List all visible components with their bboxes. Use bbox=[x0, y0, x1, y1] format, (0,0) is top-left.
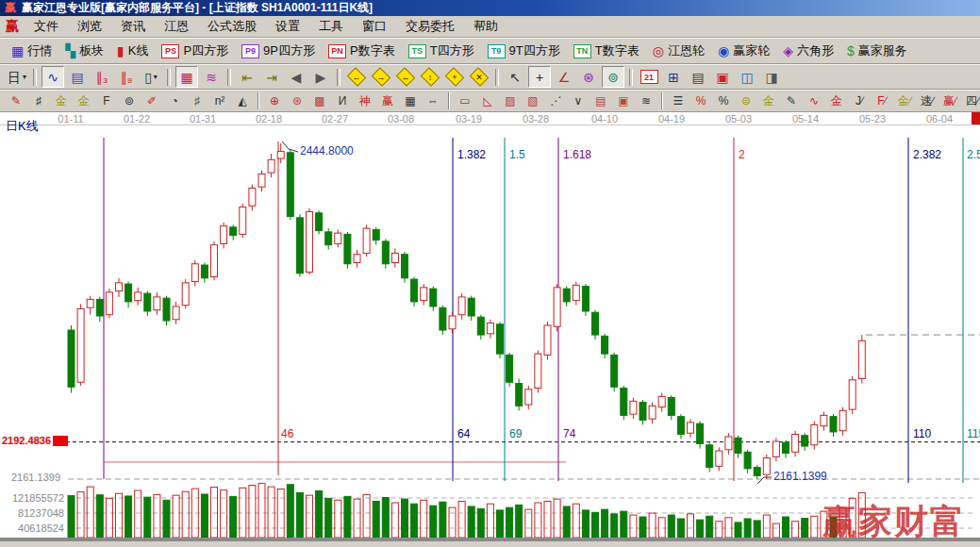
angle-tool-button[interactable]: ∠ bbox=[553, 66, 575, 88]
toolbar-9t-square-button[interactable]: T99T四方形 bbox=[481, 41, 567, 60]
flower-tool-button[interactable]: ⊛ bbox=[577, 66, 600, 88]
hand-tool-button[interactable]: ↖ bbox=[504, 66, 526, 88]
menu-window[interactable]: 窗口 bbox=[353, 16, 396, 37]
trend-tool-button[interactable]: ∿ bbox=[42, 66, 64, 88]
pan-left-button[interactable]: ← bbox=[345, 67, 368, 87]
grid-box-a-button[interactable]: ▤ bbox=[590, 91, 611, 110]
n-squared-button[interactable]: n² bbox=[209, 91, 230, 110]
circle-target-button[interactable]: ⊕ bbox=[264, 91, 285, 110]
candle-style-dropdown-icon[interactable]: ▾ bbox=[154, 73, 158, 81]
n-quote-button[interactable]: И bbox=[332, 91, 353, 110]
grid-123-button[interactable]: ▦ bbox=[400, 91, 421, 110]
gold-circle-button[interactable]: ⊜ bbox=[736, 91, 756, 110]
gann-wheel-small-button[interactable]: ⊛ bbox=[287, 91, 307, 110]
menu-help[interactable]: 帮助 bbox=[464, 16, 507, 37]
win-tool-button[interactable]: 赢 bbox=[377, 91, 398, 110]
toolbar-quotes-button[interactable]: ▦行情 bbox=[5, 41, 58, 60]
period-day-dropdown-icon[interactable]: ▾ bbox=[23, 73, 26, 81]
shen-tool-button[interactable]: 神 bbox=[355, 91, 375, 110]
fan-lines-button[interactable]: ⋰ bbox=[545, 91, 566, 110]
sector-tool-button[interactable]: ⊚ bbox=[602, 66, 624, 88]
draw-pencil-button[interactable]: ✎ bbox=[6, 91, 26, 110]
menu-browse[interactable]: 浏览 bbox=[68, 16, 111, 37]
ruler-b-button[interactable]: ♯ bbox=[187, 91, 208, 110]
period-day-button[interactable]: 日▾ bbox=[6, 66, 28, 88]
gold-levels-button[interactable]: 金 bbox=[758, 91, 779, 110]
grid-box-b-button[interactable]: ▣ bbox=[613, 91, 634, 110]
box-tool-button[interactable]: ▭ bbox=[455, 91, 475, 110]
menu-file[interactable]: 文件 bbox=[25, 16, 68, 37]
percent-tool-button[interactable]: % bbox=[713, 91, 734, 110]
candle-style-button[interactable]: ▯▾ bbox=[140, 66, 162, 88]
toolbar-p-number-table-button[interactable]: PNP数字表 bbox=[322, 41, 402, 60]
gold-red-button[interactable]: 金 bbox=[826, 91, 847, 110]
profile-chart-button[interactable]: ≋ bbox=[200, 66, 223, 88]
toolbar-9p-square-button[interactable]: P99P四方形 bbox=[235, 41, 322, 60]
grid-target-button[interactable]: ▩ bbox=[309, 91, 330, 110]
time-circle-button[interactable]: ◔ bbox=[164, 91, 185, 110]
calculator-button[interactable]: ⊞ bbox=[662, 66, 685, 88]
wave-tool-button[interactable]: ∿ bbox=[804, 91, 824, 110]
chart-levels-button[interactable]: ☰ bbox=[668, 91, 689, 110]
spiral-button[interactable]: ⊚ bbox=[119, 91, 140, 110]
ruler-comb-button[interactable]: ♯ bbox=[28, 91, 49, 110]
toolbar-winner-wheel-button[interactable]: ◉赢家轮 bbox=[711, 41, 776, 60]
publish-button[interactable]: ◨ bbox=[760, 66, 783, 88]
kline-chart[interactable] bbox=[0, 112, 980, 547]
toolbar-kline-button[interactable]: ▮K线 bbox=[110, 41, 155, 60]
fan-red-button[interactable]: ◺ bbox=[477, 91, 498, 110]
step-forward-button[interactable]: ▶ bbox=[309, 66, 332, 88]
zoom-in-all-button[interactable]: + bbox=[443, 67, 466, 87]
zoom-vertical-button[interactable]: ↕ bbox=[419, 67, 441, 87]
gold-slope-button[interactable]: 金∕ bbox=[894, 91, 915, 110]
zoom-out-all-button[interactable]: ✕ bbox=[468, 67, 490, 87]
angle-mirror-button[interactable]: ◭ bbox=[232, 91, 253, 110]
scroll-right-marker[interactable] bbox=[972, 112, 980, 124]
percent-channel-button[interactable]: % bbox=[690, 91, 711, 110]
crosshair-tool-button[interactable]: + bbox=[528, 66, 551, 88]
toolbar-t-number-table-button[interactable]: TNT数字表 bbox=[567, 41, 646, 60]
menu-info[interactable]: 资讯 bbox=[111, 16, 155, 37]
width-arrows-button[interactable]: ⇔ bbox=[423, 91, 443, 110]
goto-last-button[interactable]: ⇥ bbox=[260, 66, 283, 88]
box-pattern-b-button[interactable]: ▧ bbox=[523, 91, 543, 110]
toolbar-winner-service-button[interactable]: $赢家服务 bbox=[840, 41, 914, 60]
grid-4-button[interactable]: ▦ bbox=[175, 66, 198, 88]
toolbar-gann-wheel-button[interactable]: ◎江恩轮 bbox=[646, 41, 711, 60]
chart-area[interactable]: 01-1101-2201-3102-1802-2703-0803-1903-28… bbox=[0, 112, 980, 547]
save-button[interactable]: ▣ bbox=[711, 66, 734, 88]
step-back-button[interactable]: ◀ bbox=[285, 66, 307, 88]
minor-cycle-9-button[interactable]: ∥₉ bbox=[115, 66, 138, 88]
zoom-horizontal-button[interactable]: ↔ bbox=[394, 67, 417, 87]
info-panel-button[interactable]: ▤ bbox=[66, 66, 89, 88]
menu-gann[interactable]: 江恩 bbox=[155, 16, 198, 37]
draw-pencil-b-button[interactable]: ✐ bbox=[141, 91, 162, 110]
notes-button[interactable]: ▤ bbox=[687, 66, 709, 88]
speed-line-button[interactable]: 速∕ bbox=[917, 91, 938, 110]
four-line-button[interactable]: 四∕ bbox=[962, 91, 980, 110]
f-line-button[interactable]: F∕ bbox=[872, 91, 892, 110]
box-pattern-a-button[interactable]: ▨ bbox=[500, 91, 521, 110]
title-bar[interactable]: 赢 赢家江恩专业版[赢家内部服务平台] - [上证指数 SH1A0001-111… bbox=[0, 0, 980, 16]
toolbar-hexagon-button[interactable]: ◈六角形 bbox=[776, 41, 840, 60]
wave-v-button[interactable]: ∨ bbox=[568, 91, 589, 110]
menu-settings[interactable]: 设置 bbox=[266, 16, 309, 37]
menu-trade-entrust[interactable]: 交易委托 bbox=[396, 16, 464, 37]
f-ruler-button[interactable]: F bbox=[96, 91, 117, 110]
calendar-button[interactable]: 21 bbox=[638, 66, 660, 88]
minor-cycle-3-button[interactable]: ∥₃ bbox=[91, 66, 113, 88]
gold-section-a-button[interactable]: 金 bbox=[51, 91, 72, 110]
toolbar-t-square-button[interactable]: TST四方形 bbox=[402, 41, 481, 60]
j-line-button[interactable]: J∕ bbox=[849, 91, 870, 110]
export-button[interactable]: ◫ bbox=[736, 66, 758, 88]
pan-right-button[interactable]: → bbox=[370, 67, 392, 87]
menu-formula-stock-pick[interactable]: 公式选股 bbox=[198, 16, 266, 37]
goto-first-button[interactable]: ⇤ bbox=[236, 66, 258, 88]
toolbar-sectors-button[interactable]: ▚板块 bbox=[58, 41, 110, 60]
toolbar-p-square-button[interactable]: PSP四方形 bbox=[155, 41, 235, 60]
pencil-bars-button[interactable]: ✎ bbox=[781, 91, 802, 110]
slope-lines-button[interactable]: ≋ bbox=[636, 91, 656, 110]
gold-section-b-button[interactable]: 金 bbox=[74, 91, 94, 110]
win-line-button[interactable]: 赢∕ bbox=[939, 91, 960, 110]
menu-tools[interactable]: 工具 bbox=[309, 16, 353, 37]
